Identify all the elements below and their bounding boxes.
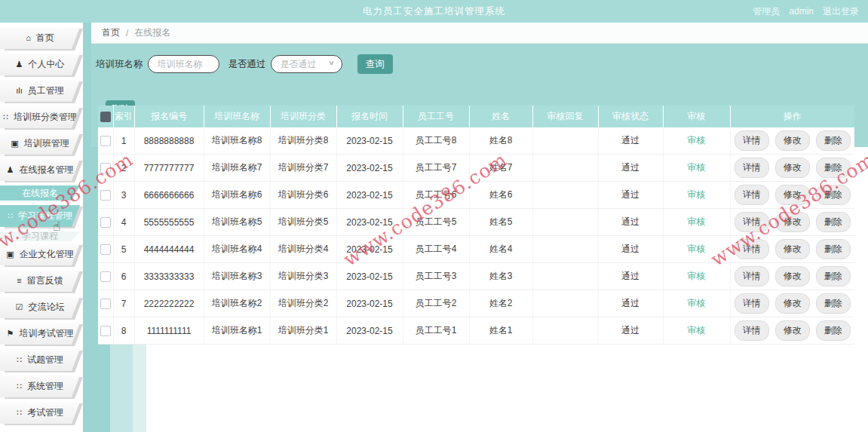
edit-button[interactable]: 修改 — [775, 130, 810, 151]
sidebar-item-course[interactable]: 学习课程 — [0, 231, 84, 241]
delete-row-button[interactable]: 删除 — [816, 293, 851, 314]
row-actions: 详情修改删除 — [730, 209, 854, 236]
query-button[interactable]: 查询 — [357, 54, 393, 74]
menu-item-face: ∷试题管理 — [0, 349, 80, 371]
audit-link[interactable]: 审核 — [688, 244, 706, 254]
menu-item-face: ☑交流论坛 — [0, 296, 80, 318]
audit-status: 通过 — [598, 263, 663, 290]
username-label: admin — [789, 6, 814, 17]
list-icon: ≡ — [17, 277, 21, 285]
breadcrumb-current: 在线报名 — [134, 26, 170, 39]
detail-button[interactable]: 详情 — [735, 266, 769, 286]
row-checkbox[interactable] — [100, 190, 111, 201]
col-category: 培训班分类 — [270, 106, 336, 127]
edit-button[interactable]: 修改 — [775, 239, 810, 259]
row-checkbox[interactable] — [100, 244, 111, 255]
logout-link[interactable]: 退出登录 — [823, 5, 859, 18]
delete-row-button[interactable]: 删除 — [816, 130, 851, 151]
delete-row-button[interactable]: 删除 — [816, 239, 851, 259]
main-content: 首页 / 在线报名 培训班名称 是否通过 ∨ 查询 删除 — [91, 23, 868, 432]
edit-button[interactable]: 修改 — [775, 212, 810, 232]
audit-link[interactable]: 审核 — [688, 162, 706, 173]
sidebar-item-system-mgmt[interactable]: ∷系统管理 — [0, 375, 84, 397]
sidebar-item-home[interactable]: ⌂首页 — [0, 27, 84, 49]
enroll-code: 4444444444 — [134, 236, 204, 263]
detail-button[interactable]: 详情 — [735, 239, 769, 259]
pass-select[interactable] — [271, 55, 342, 73]
row-checkbox[interactable] — [100, 326, 111, 336]
breadcrumb-separator: / — [126, 28, 128, 38]
bar-chart-icon: ılı — [16, 87, 23, 95]
class-name: 培训班名称6 — [204, 182, 270, 209]
sidebar-item-label: 企业文化管理 — [20, 248, 74, 261]
sidebar-item-feedback[interactable]: ≡留言反馈 — [0, 270, 84, 292]
sidebar-item-question-mgmt[interactable]: ∷试题管理 — [0, 349, 84, 371]
enroll-date: 2023-02-15 — [336, 236, 403, 263]
detail-button[interactable]: 详情 — [735, 212, 769, 232]
sidebar-item-personal-center[interactable]: ♟个人中心 — [0, 54, 84, 75]
detail-button[interactable]: 详情 — [735, 185, 769, 205]
edit-button[interactable]: 修改 — [775, 266, 810, 286]
row-checkbox[interactable] — [100, 299, 111, 309]
sidebar-item-training-exam-mgmt[interactable]: ⚑培训考试管理 — [0, 323, 84, 345]
delete-row-button[interactable]: 删除 — [816, 185, 851, 205]
audit-link[interactable]: 审核 — [688, 216, 706, 227]
sidebar-item-online-signup-mgmt[interactable]: ♟在线报名管理 — [0, 159, 84, 181]
edit-button[interactable]: 修改 — [775, 158, 810, 178]
class-category: 培训班分类8 — [270, 127, 336, 155]
select-all-checkbox[interactable] — [100, 112, 111, 122]
edit-button[interactable]: 修改 — [775, 320, 810, 341]
enrollment-table: 索引 报名编号 培训班名称 培训班分类 报名时间 员工工号 姓名 审核回复 审核… — [98, 106, 854, 345]
audit-link[interactable]: 审核 — [688, 189, 706, 200]
audit-link[interactable]: 审核 — [688, 325, 706, 335]
detail-button[interactable]: 详情 — [735, 320, 769, 341]
user-role-label: 管理员 — [753, 5, 780, 18]
delete-row-button[interactable]: 删除 — [816, 320, 851, 341]
breadcrumb-home[interactable]: 首页 — [102, 26, 120, 39]
enroll-code: 6666666666 — [134, 182, 204, 209]
row-index: 8 — [113, 317, 134, 345]
employee-name: 姓名1 — [469, 317, 532, 345]
sidebar-item-course-mgmt[interactable]: ∷学习课程管理 — [0, 205, 84, 227]
sidebar-item-class-category-mgmt[interactable]: ∷培训班分类管理 — [0, 106, 84, 128]
row-checkbox[interactable] — [100, 136, 111, 146]
menu-item-face: ♟个人中心 — [0, 54, 80, 75]
edit-button[interactable]: 修改 — [775, 185, 810, 205]
class-name: 培训班名称8 — [204, 127, 270, 155]
enroll-date: 2023-02-15 — [336, 209, 403, 236]
audit-reply — [532, 290, 598, 317]
audit-link[interactable]: 审核 — [688, 298, 706, 308]
breadcrumb: 首页 / 在线报名 — [91, 23, 868, 44]
class-name-input[interactable] — [148, 55, 219, 73]
row-checkbox[interactable] — [100, 163, 111, 173]
col-class-name: 培训班名称 — [204, 106, 270, 127]
class-name-label: 培训班名称 — [96, 58, 143, 71]
audit-status: 通过 — [598, 182, 663, 209]
enroll-code: 1111111111 — [134, 317, 204, 345]
menu-item-face: ılı员工管理 — [0, 80, 80, 102]
delete-row-button[interactable]: 删除 — [816, 212, 851, 232]
row-checkbox[interactable] — [100, 271, 111, 282]
sidebar-item-employee-mgmt[interactable]: ılı员工管理 — [0, 80, 84, 102]
edit-button[interactable]: 修改 — [775, 293, 810, 314]
grid-icon: ∷ — [17, 382, 22, 391]
row-checkbox[interactable] — [100, 217, 111, 228]
delete-row-button[interactable]: 删除 — [816, 158, 851, 178]
sidebar-item-forum[interactable]: ☑交流论坛 — [0, 296, 84, 318]
audit-link[interactable]: 审核 — [688, 135, 706, 146]
delete-row-button[interactable]: 删除 — [816, 266, 851, 286]
audit-link[interactable]: 审核 — [688, 271, 706, 281]
detail-button[interactable]: 详情 — [735, 130, 769, 151]
detail-button[interactable]: 详情 — [735, 158, 769, 178]
sidebar-item-culture-mgmt[interactable]: ▣企业文化管理 — [0, 244, 84, 265]
detail-button[interactable]: 详情 — [735, 293, 769, 314]
col-index: 索引 — [113, 106, 134, 127]
sidebar-item-online-signup[interactable]: 在线报名 — [0, 185, 84, 201]
class-category: 培训班分类4 — [270, 236, 336, 263]
sidebar-item-class-mgmt[interactable]: ▣培训班管理 — [0, 133, 84, 155]
col-audit: 审核 — [663, 106, 730, 127]
employee-no: 员工工号6 — [403, 182, 469, 209]
table-row: 45555555555培训班名称5培训班分类52023-02-15员工工号5姓名… — [98, 209, 854, 236]
enroll-code: 3333333333 — [134, 263, 204, 290]
sidebar-item-exam-mgmt[interactable]: ∷考试管理 — [0, 402, 84, 424]
